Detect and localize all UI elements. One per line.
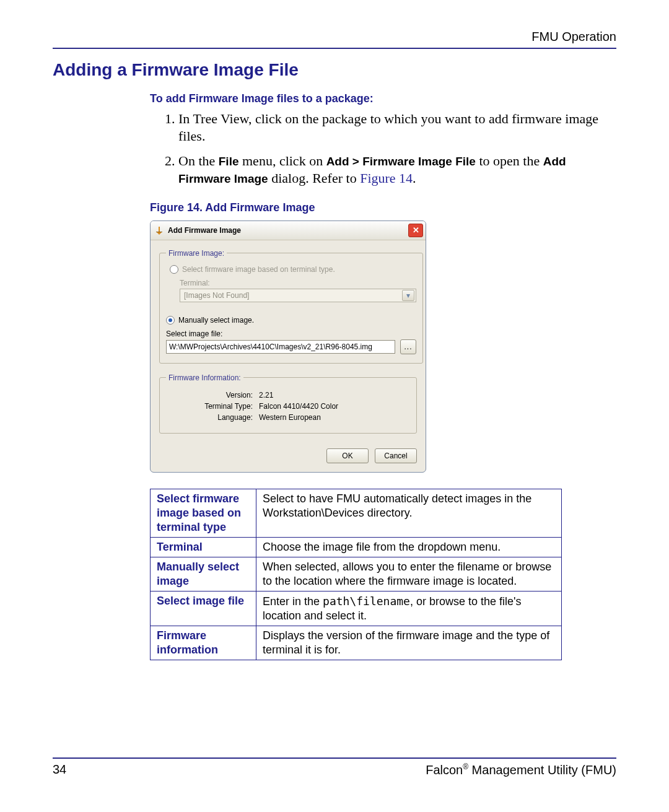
version-value: 2.21 [259,391,410,399]
figure-caption: Figure 14. Add Firmware Image [150,201,611,214]
chevron-down-icon[interactable]: ▾ [402,290,414,301]
page-number: 34 [53,762,66,777]
table-key: Manually select image [151,557,256,591]
language-value: Western European [259,413,410,422]
text: On the [178,153,219,168]
close-icon: ✕ [413,226,419,234]
table-key: Select firmware image based on terminal … [151,489,256,537]
table-key: Firmware information [151,626,256,660]
radio-manual-select[interactable]: Manually select image. [166,316,416,325]
text: Falcon [426,763,463,777]
code-text: path\filename [323,595,410,608]
language-label: Language: [166,413,253,422]
svg-rect-0 [159,227,160,232]
cancel-button[interactable]: Cancel [375,448,417,463]
text: dialog. Refer to [268,170,360,186]
ui-term: File [219,155,239,168]
ui-term: Add > Firmware Image File [326,155,476,168]
table-row: Terminal Choose the image file from the … [151,537,562,557]
radio-auto-select[interactable]: Select firmware image based on terminal … [170,265,416,274]
firmware-info-group: Firmware Information: Version: 2.21 Term… [159,373,417,434]
product-name: Falcon® Management Utility (FMU) [426,762,616,777]
svg-marker-1 [157,232,162,235]
text: menu, click on [239,153,326,168]
radio-icon [170,265,178,274]
browse-button[interactable]: ... [400,339,416,354]
image-path-input[interactable] [166,340,395,354]
section-title: Adding a Firmware Image File [53,60,616,80]
step-1: In Tree View, click on the package to wh… [178,110,611,145]
table-key: Select image file [151,591,256,626]
table-row: Select firmware image based on terminal … [151,489,562,537]
group-legend: Firmware Image: [166,249,227,258]
table-row: Select image file Enter in the path\file… [151,591,562,626]
svg-rect-2 [156,232,162,232]
text: Management Utility (FMU) [468,763,616,777]
terminal-label: Terminal: [180,279,416,287]
header-rule [53,48,616,49]
page-footer: 34 Falcon® Management Utility (FMU) [53,757,616,777]
running-header: FMU Operation [53,30,616,48]
registered-mark: ® [463,762,468,771]
firmware-image-group: Firmware Image: Select firmware image ba… [159,249,423,364]
figure-xref[interactable]: Figure 14 [360,170,413,186]
table-val: Select to have FMU automatically detect … [256,489,562,537]
footer-rule [53,757,616,759]
combo-value: [Images Not Found] [184,291,249,300]
table-key: Terminal [151,537,256,557]
ok-button[interactable]: OK [326,448,369,463]
table-row: Firmware information Displays the versio… [151,626,562,660]
group-legend: Firmware Information: [166,373,243,382]
add-firmware-image-dialog: Add Firmware Image ✕ Firmware Image: Sel… [150,220,426,473]
dialog-title: Add Firmware Image [168,226,241,235]
field-description-table: Select firmware image based on terminal … [150,489,562,660]
table-val: When selected, allows you to enter the f… [256,557,562,591]
radio-icon [166,316,175,325]
terminal-type-label: Terminal Type: [166,402,253,411]
step-2: On the File menu, click on Add > Firmwar… [178,152,611,187]
procedure-heading: To add Firmware Image files to a package… [150,92,616,105]
text: Enter in the [263,595,323,608]
table-val: Displays the version of the firmware ima… [256,626,562,660]
terminal-type-value: Falcon 4410/4420 Color [259,402,410,411]
dialog-titlebar[interactable]: Add Firmware Image ✕ [151,221,426,240]
text: to open the [476,153,543,168]
version-label: Version: [166,391,253,399]
select-file-label: Select image file: [166,330,416,338]
radio-label: Select firmware image based on terminal … [182,265,335,274]
radio-label: Manually select image. [178,316,254,325]
table-val: Enter in the path\filename, or browse to… [256,591,562,626]
step-list: In Tree View, click on the package to wh… [150,110,611,188]
table-row: Manually select image When selected, all… [151,557,562,591]
dialog-icon [154,225,164,235]
terminal-combobox[interactable]: [Images Not Found] ▾ [180,289,416,302]
text: . [413,170,416,186]
close-button[interactable]: ✕ [408,224,423,237]
table-val: Choose the image file from the dropdown … [256,537,562,557]
